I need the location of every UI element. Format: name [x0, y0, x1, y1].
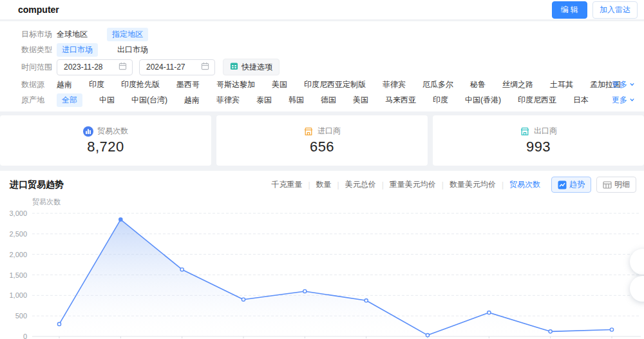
chevron-down-icon — [629, 80, 635, 89]
data-type-label: 数据类型 — [21, 44, 57, 55]
origin-option[interactable]: 中国 — [99, 95, 115, 106]
target-market-option[interactable]: 全球地区 — [57, 29, 88, 40]
add-radar-button[interactable]: 加入雷达 — [592, 1, 638, 19]
data-source-option[interactable]: 秘鲁 — [470, 79, 486, 90]
origin-option[interactable]: 印度 — [433, 95, 448, 106]
data-source-option[interactable]: 美国 — [272, 79, 287, 90]
svg-text:贸易次数: 贸易次数 — [32, 198, 61, 206]
quick-calendar-icon — [230, 62, 238, 72]
quick-options-label: 快捷选项 — [242, 62, 272, 73]
detail-table-icon — [603, 180, 612, 189]
data-source-option[interactable]: 土耳其 — [550, 79, 573, 90]
more-label: 更多 — [612, 79, 627, 90]
page-title: computer — [18, 5, 59, 15]
topbar-actions: 编 辑 加入雷达 — [552, 1, 638, 19]
origin-options: 全部中国中国(台湾)越南菲律宾泰国韩国德国美国马来西亚印度中国(香港)印度尼西亚… — [57, 93, 589, 107]
origin-option[interactable]: 中国(香港) — [465, 95, 501, 106]
trend-chart-icon — [558, 180, 567, 189]
stat-label: 贸易次数 — [97, 126, 128, 137]
view-button-detail[interactable]: 明细 — [596, 177, 636, 193]
svg-text:2,000: 2,000 — [9, 251, 27, 258]
origin-label: 原产地 — [21, 95, 57, 106]
start-date-input[interactable]: 2023-11-28 — [57, 59, 133, 75]
target-market-option[interactable]: 指定地区 — [107, 28, 148, 41]
start-date-value: 2023-11-28 — [64, 63, 103, 72]
calendar-icon — [118, 62, 127, 72]
trend-panel: 进口贸易趋势 千克重量|数量|美元总价|重量美元均价|数量美元均价|贸易次数趋势… — [0, 171, 644, 339]
target-market-options: 全球地区指定地区 — [57, 28, 148, 41]
data-source-option[interactable]: 印度 — [89, 79, 104, 90]
svg-text:3,000: 3,000 — [9, 209, 27, 217]
metric-option[interactable]: 美元总价 — [339, 179, 382, 190]
origin-option[interactable]: 日本 — [573, 95, 589, 106]
origin-row: 原产地 全部中国中国(台湾)越南菲律宾泰国韩国德国美国马来西亚印度中国(香港)印… — [0, 92, 644, 108]
data-type-options: 进口市场出口市场 — [57, 43, 148, 57]
target-market-row: 目标市场 全球地区指定地区 — [0, 26, 644, 42]
origin-option[interactable]: 德国 — [321, 95, 336, 106]
trend-title: 进口贸易趋势 — [10, 179, 64, 191]
stat-value: 656 — [310, 139, 334, 155]
end-date-input[interactable]: 2024-11-27 — [139, 59, 215, 75]
quick-options-button[interactable]: 快捷选项 — [223, 59, 279, 75]
data-source-option[interactable]: 哥斯达黎加 — [216, 79, 255, 90]
data-source-more-link[interactable]: 更多 — [612, 79, 635, 90]
stat-label: 进口商 — [317, 126, 341, 137]
data-type-option[interactable]: 进口市场 — [57, 43, 98, 57]
data-type-row: 数据类型 进口市场出口市场 — [0, 42, 644, 57]
svg-text:1,500: 1,500 — [9, 271, 27, 279]
time-range-row: 时间范围 2023-11-28 2024-11-27 快捷选项 — [0, 57, 644, 77]
stat-card-header: 出口商 — [520, 126, 557, 137]
time-range-label: 时间范围 — [21, 62, 57, 73]
trend-chart[interactable]: 05001,0001,5002,0002,5003,000贸易次数2023-11… — [0, 194, 644, 339]
calendar-icon — [201, 62, 209, 72]
bar-chart-icon — [83, 126, 93, 137]
origin-option[interactable]: 泰国 — [256, 95, 272, 106]
trend-header: 进口贸易趋势 千克重量|数量|美元总价|重量美元均价|数量美元均价|贸易次数趋势… — [0, 171, 644, 194]
data-source-option[interactable]: 丝绸之路 — [502, 79, 533, 90]
data-source-option[interactable]: 越南 — [57, 79, 72, 90]
view-button-label: 明细 — [614, 179, 630, 190]
stat-card: 贸易次数8,720 — [0, 115, 211, 166]
data-source-label: 数据源 — [21, 79, 57, 90]
data-source-option[interactable]: 菲律宾 — [383, 79, 406, 90]
view-button-trend[interactable]: 趋势 — [551, 177, 591, 193]
more-label: 更多 — [612, 95, 627, 106]
data-source-option[interactable]: 印度尼西亚定制版 — [304, 79, 366, 90]
metric-option[interactable]: 贸易次数 — [504, 179, 546, 190]
metric-option[interactable]: 重量美元均价 — [384, 179, 442, 190]
origin-option[interactable]: 全部 — [57, 93, 82, 107]
data-source-option[interactable]: 墨西哥 — [176, 79, 200, 90]
data-source-option[interactable]: 厄瓜多尔 — [422, 79, 453, 90]
metric-option[interactable]: 千克重量 — [265, 179, 308, 190]
stat-label: 出口商 — [534, 126, 557, 137]
svg-text:0: 0 — [23, 333, 27, 339]
stat-value: 8,720 — [87, 139, 124, 155]
stat-card-header: 贸易次数 — [83, 126, 128, 137]
origin-option[interactable]: 马来西亚 — [385, 95, 416, 106]
edit-button[interactable]: 编 辑 — [552, 1, 587, 19]
data-type-option[interactable]: 出口市场 — [117, 44, 148, 55]
origin-option[interactable]: 美国 — [353, 95, 368, 106]
stat-value: 993 — [526, 139, 551, 155]
stat-cards: 贸易次数8,720进口商656出口商993 — [0, 115, 644, 166]
metric-option[interactable]: 数量美元均价 — [444, 179, 502, 190]
data-source-option[interactable]: 印度抢先版 — [121, 79, 160, 90]
data-source-row: 数据源 越南印度印度抢先版墨西哥哥斯达黎加美国印度尼西亚定制版菲律宾厄瓜多尔秘鲁… — [0, 77, 644, 92]
origin-option[interactable]: 菲律宾 — [216, 95, 240, 106]
top-bar: computer 编 辑 加入雷达 — [0, 0, 644, 19]
stat-card: 出口商993 — [433, 115, 644, 166]
svg-text:2,500: 2,500 — [9, 230, 27, 238]
svg-text:1,000: 1,000 — [9, 291, 27, 299]
end-date-value: 2024-11-27 — [146, 63, 185, 72]
trend-controls: 千克重量|数量|美元总价|重量美元均价|数量美元均价|贸易次数趋势明细 — [265, 177, 636, 193]
origin-option[interactable]: 中国(台湾) — [131, 95, 167, 106]
origin-option[interactable]: 韩国 — [289, 95, 304, 106]
metric-option[interactable]: 数量 — [310, 179, 337, 190]
data-source-options: 越南印度印度抢先版墨西哥哥斯达黎加美国印度尼西亚定制版菲律宾厄瓜多尔秘鲁丝绸之路… — [57, 79, 621, 90]
origin-option[interactable]: 印度尼西亚 — [518, 95, 556, 106]
origin-option[interactable]: 越南 — [184, 95, 200, 106]
svg-text:500: 500 — [15, 312, 27, 320]
stat-card: 进口商656 — [216, 115, 428, 166]
chevron-down-icon — [629, 95, 635, 104]
origin-more-link[interactable]: 更多 — [612, 95, 635, 106]
